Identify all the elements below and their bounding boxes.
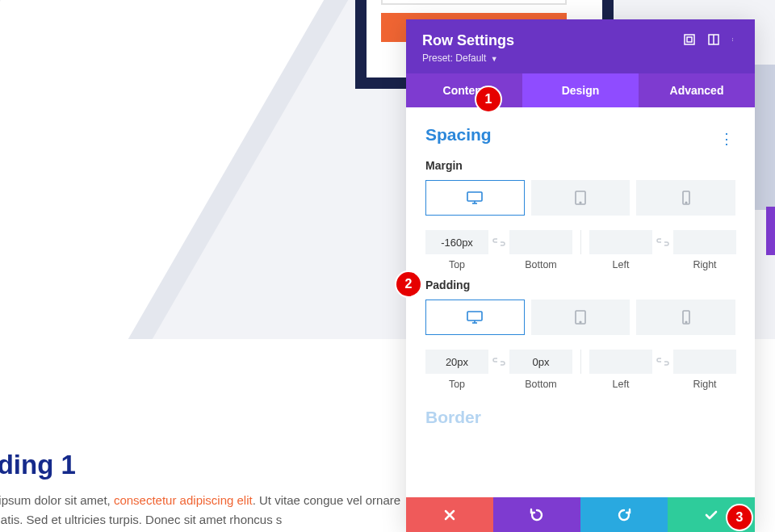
svg-point-11 (580, 202, 581, 203)
tab-content[interactable]: Content (406, 73, 522, 107)
section-options-icon[interactable]: ⋮ (719, 130, 734, 148)
padding-bottom-input[interactable] (509, 350, 572, 374)
chevron-down-icon: ▼ (491, 55, 498, 63)
divider (580, 230, 581, 254)
callout-3: 3 (727, 505, 752, 530)
section-title-next[interactable]: Border (425, 408, 735, 427)
padding-label: Padding (425, 279, 735, 291)
link-icon[interactable] (492, 230, 506, 254)
svg-point-13 (685, 202, 687, 203)
preset-selector[interactable]: Preset: Default ▼ (422, 52, 739, 64)
tab-design[interactable]: Design (522, 73, 639, 107)
undo-button[interactable] (493, 497, 580, 532)
kebab-menu-icon[interactable] (732, 34, 744, 45)
padding-left-caption: Left (589, 379, 652, 390)
margin-right-caption: Right (673, 259, 736, 270)
link-icon[interactable] (656, 350, 670, 374)
svg-rect-7 (467, 192, 482, 201)
device-desktop-button[interactable] (425, 300, 525, 335)
margin-values-row: Top Bottom Left Right (425, 230, 735, 270)
margin-top-caption: Top (425, 259, 488, 270)
margin-top-input[interactable] (425, 230, 488, 254)
padding-bottom-caption: Bottom (509, 379, 572, 390)
snap-icon[interactable] (708, 34, 719, 45)
callout-1: 1 (476, 87, 501, 111)
background-card-field (381, 0, 567, 5)
device-tablet-button[interactable] (531, 300, 630, 335)
panel-body: Spacing ⋮ Margin Top Bottom (406, 107, 755, 497)
padding-right-input[interactable] (673, 350, 736, 374)
device-phone-button[interactable] (636, 180, 735, 216)
padding-values-row: Top Bottom Left (425, 350, 735, 390)
margin-device-row (425, 180, 735, 216)
margin-bottom-input[interactable] (509, 230, 572, 254)
margin-label: Margin (425, 159, 735, 172)
device-tablet-button[interactable] (531, 180, 630, 216)
section-title-spacing[interactable]: Spacing (425, 125, 735, 145)
svg-point-5 (732, 40, 733, 40)
margin-right-input[interactable] (673, 230, 736, 254)
svg-point-6 (732, 40, 733, 41)
padding-left-input[interactable] (589, 350, 652, 374)
margin-left-input[interactable] (589, 230, 652, 254)
device-desktop-button[interactable] (425, 180, 525, 216)
padding-right-caption: Right (673, 379, 736, 390)
body-text-prefix: orem ipsum dolor sit amet, (0, 493, 114, 507)
tab-advanced[interactable]: Advanced (639, 73, 755, 107)
padding-top-input[interactable] (425, 350, 488, 374)
padding-top-caption: Top (425, 379, 488, 390)
svg-rect-0 (685, 35, 694, 44)
redo-button[interactable] (580, 497, 668, 532)
modal-footer-actions (406, 497, 755, 532)
padding-device-row (425, 300, 735, 335)
svg-rect-1 (687, 37, 692, 42)
page-heading: eading 1 (0, 450, 76, 480)
row-settings-modal: Row Settings Preset: Default ▼ Content D… (406, 19, 755, 532)
svg-rect-14 (467, 312, 482, 320)
page-body-text: orem ipsum dolor sit amet, consectetur a… (0, 491, 420, 530)
link-icon[interactable] (492, 350, 506, 374)
device-phone-button[interactable] (636, 300, 735, 335)
modal-header: Row Settings Preset: Default ▼ (406, 19, 755, 73)
margin-bottom-caption: Bottom (509, 259, 572, 270)
svg-point-4 (732, 38, 733, 39)
divider (580, 350, 581, 374)
preset-label: Preset: Default (422, 52, 486, 64)
svg-point-20 (685, 321, 687, 323)
body-text-link[interactable]: consectetur adipiscing elit (114, 493, 253, 507)
right-side-handle[interactable] (766, 207, 775, 255)
cancel-button[interactable] (406, 497, 493, 532)
expand-icon[interactable] (684, 34, 695, 45)
callout-2: 2 (396, 272, 421, 296)
link-icon[interactable] (656, 230, 670, 254)
tabs: Content Design Advanced (406, 73, 755, 107)
svg-point-18 (580, 321, 581, 323)
margin-left-caption: Left (589, 259, 652, 270)
